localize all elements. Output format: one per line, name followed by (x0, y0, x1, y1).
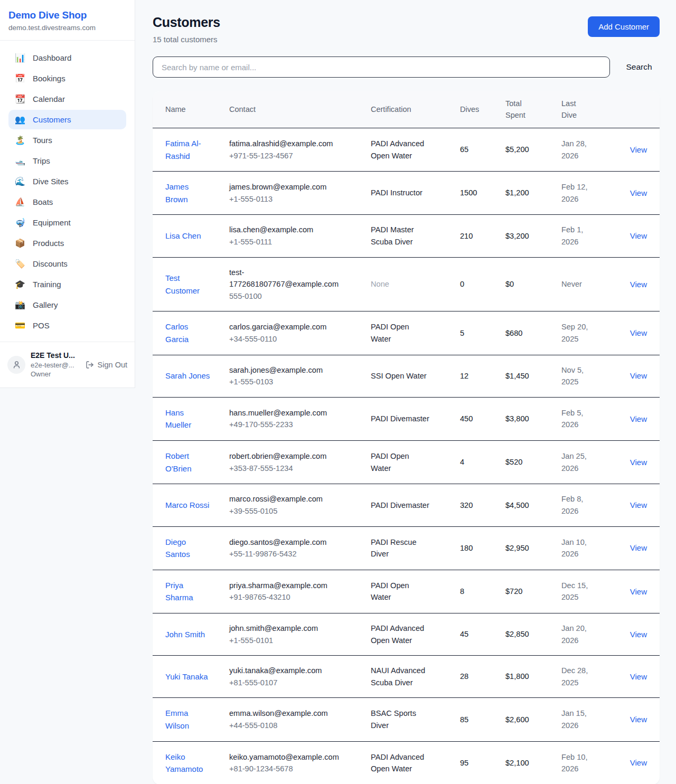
customer-last-dive: Jan 10, 2026 (561, 526, 618, 570)
customer-last-dive: Feb 10, 2026 (561, 741, 618, 784)
customer-name-link[interactable]: Sarah Jones (165, 371, 210, 380)
customer-dives: 5 (460, 311, 505, 355)
sidebar-item-dive-sites[interactable]: 🌊 Dive Sites (8, 172, 126, 191)
search-input[interactable] (153, 56, 610, 78)
customer-email: james.brown@example.com (229, 181, 350, 193)
add-customer-button[interactable]: Add Customer (588, 16, 660, 37)
customer-email: emma.wilson@example.com (229, 707, 350, 720)
customer-name-link[interactable]: James Brown (165, 182, 189, 204)
customer-dives: 320 (460, 484, 505, 526)
total-customers-count: 15 total customers (153, 35, 220, 44)
sidebar-item-pos[interactable]: 💳 POS (8, 316, 126, 335)
customer-row: Emma Wilson emma.wilson@example.com +44-… (153, 698, 660, 741)
view-customer-link[interactable]: View (630, 145, 647, 154)
sidebar-item-calendar[interactable]: 📆 Calendar (8, 89, 126, 109)
customer-total-spent: $520 (505, 441, 561, 484)
customer-name-link[interactable]: Fatima Al-Rashid (165, 139, 201, 160)
sidebar-item-tours[interactable]: 🏝️ Tours (8, 130, 126, 150)
sidebar-nav: 📊 Dashboard 📅 Bookings 📆 Calendar 👥 Cust… (0, 41, 135, 342)
view-customer-link[interactable]: View (630, 458, 647, 467)
customer-total-spent: $5,200 (505, 128, 561, 171)
sidebar-item-equipment[interactable]: 🤿 Equipment (8, 213, 126, 232)
customer-row: Test Customer test-1772681807767@example… (153, 257, 660, 311)
view-customer-link[interactable]: View (630, 630, 647, 639)
search-button[interactable]: Search (618, 62, 660, 72)
customer-last-dive: Never (561, 257, 618, 311)
customer-name-link[interactable]: Lisa Chen (165, 231, 201, 240)
user-role: Owner (31, 370, 75, 379)
customer-name-link[interactable]: Keiko Yamamoto (165, 752, 203, 774)
customer-email: carlos.garcia@example.com (229, 321, 350, 333)
sign-out-button[interactable]: Sign Out (86, 361, 127, 369)
customer-phone: +81-90-1234-5678 (229, 763, 350, 775)
customer-name-link[interactable]: Diego Santos (165, 537, 190, 559)
customer-dives: 210 (460, 215, 505, 257)
customer-email: yuki.tanaka@example.com (229, 665, 350, 677)
view-customer-link[interactable]: View (630, 500, 647, 509)
view-customer-link[interactable]: View (630, 188, 647, 197)
tag-icon: 🏷️ (15, 260, 25, 268)
customer-name-link[interactable]: Carlos Garcia (165, 322, 189, 344)
sidebar-item-products[interactable]: 📦 Products (8, 233, 126, 253)
package-icon: 📦 (15, 239, 25, 248)
brand-domain: demo.test.divestreams.com (8, 24, 126, 32)
person-icon (12, 360, 21, 369)
customer-total-spent: $720 (505, 570, 561, 613)
sidebar-item-training[interactable]: 🎓 Training (8, 275, 126, 294)
customer-total-spent: $2,950 (505, 526, 561, 570)
customer-certification: PADI Master Scuba Diver (371, 215, 460, 257)
sidebar-item-customers[interactable]: 👥 Customers (8, 110, 126, 129)
view-customer-link[interactable]: View (630, 758, 647, 767)
customer-name-link[interactable]: Robert O'Brien (165, 451, 192, 473)
customer-certification: PADI Divemaster (371, 484, 460, 526)
page-title-block: Customers 15 total customers (153, 15, 220, 44)
sidebar-item-label: Boats (33, 197, 53, 206)
view-customer-link[interactable]: View (630, 231, 647, 240)
customer-name-link[interactable]: Emma Wilson (165, 709, 189, 730)
sidebar-item-label: Discounts (33, 259, 68, 268)
customer-certification: None (371, 257, 460, 311)
view-customer-link[interactable]: View (630, 280, 647, 289)
customer-name-link[interactable]: Test Customer (165, 273, 200, 295)
sidebar-item-trips[interactable]: 🛥️ Trips (8, 151, 126, 171)
column-header-dives: Dives (460, 91, 505, 128)
view-customer-link[interactable]: View (630, 414, 647, 423)
sidebar-item-gallery[interactable]: 📸 Gallery (8, 295, 126, 315)
customer-last-dive: Jan 15, 2026 (561, 698, 618, 741)
column-header-last-dive: Last Dive (561, 91, 618, 128)
customer-row: Robert O'Brien robert.obrien@example.com… (153, 441, 660, 484)
customer-email: diego.santos@example.com (229, 536, 350, 549)
customer-name-link[interactable]: Yuki Tanaka (165, 672, 208, 681)
customer-phone: +55-11-99876-5432 (229, 548, 350, 560)
sidebar-item-dashboard[interactable]: 📊 Dashboard (8, 48, 126, 68)
sidebar-item-bookings[interactable]: 📅 Bookings (8, 69, 126, 88)
page-title: Customers (153, 15, 220, 30)
customer-row: Lisa Chen lisa.chen@example.com +1-555-0… (153, 215, 660, 257)
customer-total-spent: $680 (505, 311, 561, 355)
customer-row: Hans Mueller hans.mueller@example.com +4… (153, 397, 660, 440)
customer-phone: +353-87-555-1234 (229, 462, 350, 475)
page-header: Customers 15 total customers Add Custome… (153, 15, 660, 44)
view-customer-link[interactable]: View (630, 715, 647, 724)
sidebar-item-boats[interactable]: ⛵ Boats (8, 192, 126, 212)
customer-last-dive: Sep 20, 2025 (561, 311, 618, 355)
customer-name-link[interactable]: Marco Rossi (165, 500, 209, 509)
view-customer-link[interactable]: View (630, 587, 647, 596)
view-customer-link[interactable]: View (630, 543, 647, 552)
customer-dives: 180 (460, 526, 505, 570)
sidebar-item-discounts[interactable]: 🏷️ Discounts (8, 254, 126, 273)
view-customer-link[interactable]: View (630, 672, 647, 681)
view-customer-link[interactable]: View (630, 328, 647, 337)
wave-icon: 🌊 (15, 177, 25, 186)
customer-name-link[interactable]: John Smith (165, 630, 205, 639)
customer-phone: 555-0100 (229, 290, 350, 303)
view-customer-link[interactable]: View (630, 371, 647, 380)
sidebar-item-label: Tours (33, 136, 52, 145)
customer-phone: +91-98765-43210 (229, 591, 350, 603)
customer-name-link[interactable]: Hans Mueller (165, 408, 191, 430)
column-header-certification: Certification (371, 91, 460, 128)
customer-name-link[interactable]: Priya Sharma (165, 581, 193, 602)
customer-phone: +1-555-0111 (229, 236, 350, 248)
sidebar-item-label: Gallery (33, 300, 58, 309)
island-icon: 🏝️ (15, 136, 25, 145)
